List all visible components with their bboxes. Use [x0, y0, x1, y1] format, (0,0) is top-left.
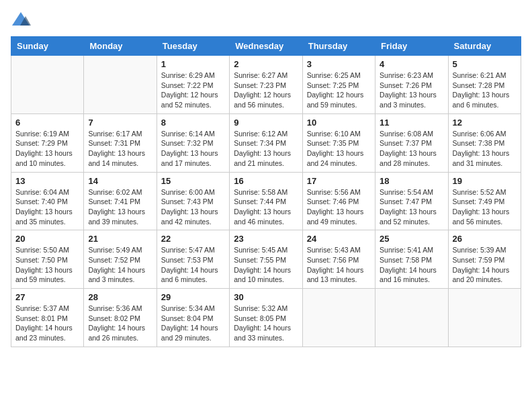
day-number: 16: [234, 176, 298, 186]
day-info: Sunrise: 5:50 AMSunset: 7:50 PMDaylight:…: [15, 245, 79, 285]
calendar-cell: 4Sunrise: 6:23 AMSunset: 7:26 PMDaylight…: [375, 56, 448, 114]
day-number: 6: [15, 118, 79, 128]
calendar-table: SundayMondayTuesdayWednesdayThursdayFrid…: [11, 36, 521, 347]
day-number: 19: [453, 176, 517, 186]
calendar-cell: 21Sunrise: 5:49 AMSunset: 7:52 PMDayligh…: [84, 230, 157, 289]
day-info: Sunrise: 5:54 AMSunset: 7:47 PMDaylight:…: [380, 187, 443, 227]
day-number: 21: [88, 234, 152, 244]
day-number: 9: [234, 118, 298, 128]
calendar-cell: 9Sunrise: 6:12 AMSunset: 7:34 PMDaylight…: [230, 113, 302, 172]
header-monday: Monday: [84, 37, 157, 56]
day-info: Sunrise: 5:39 AMSunset: 7:59 PMDaylight:…: [453, 245, 517, 285]
calendar-week-1: 6Sunrise: 6:19 AMSunset: 7:29 PMDaylight…: [11, 113, 521, 172]
day-info: Sunrise: 5:58 AMSunset: 7:44 PMDaylight:…: [234, 187, 298, 227]
day-number: 8: [161, 118, 225, 128]
day-info: Sunrise: 6:04 AMSunset: 7:40 PMDaylight:…: [15, 187, 79, 227]
calendar-cell: 28Sunrise: 5:36 AMSunset: 8:02 PMDayligh…: [84, 289, 157, 347]
calendar-cell: 19Sunrise: 5:52 AMSunset: 7:49 PMDayligh…: [448, 172, 521, 230]
calendar-cell: 2Sunrise: 6:27 AMSunset: 7:23 PMDaylight…: [230, 56, 302, 114]
day-info: Sunrise: 5:37 AMSunset: 8:01 PMDaylight:…: [15, 304, 79, 343]
calendar-cell: 6Sunrise: 6:19 AMSunset: 7:29 PMDaylight…: [11, 113, 84, 172]
calendar-cell: 24Sunrise: 5:43 AMSunset: 7:56 PMDayligh…: [302, 230, 375, 289]
calendar-cell: 27Sunrise: 5:37 AMSunset: 8:01 PMDayligh…: [11, 289, 84, 347]
calendar-cell: 16Sunrise: 5:58 AMSunset: 7:44 PMDayligh…: [230, 172, 302, 230]
day-number: 27: [15, 292, 79, 302]
day-info: Sunrise: 6:12 AMSunset: 7:34 PMDaylight:…: [234, 129, 298, 169]
calendar-cell: 25Sunrise: 5:41 AMSunset: 7:58 PMDayligh…: [375, 230, 448, 289]
day-info: Sunrise: 6:25 AMSunset: 7:25 PMDaylight:…: [307, 71, 371, 110]
day-info: Sunrise: 6:10 AMSunset: 7:35 PMDaylight:…: [307, 129, 371, 169]
day-info: Sunrise: 6:00 AMSunset: 7:43 PMDaylight:…: [161, 187, 225, 227]
day-info: Sunrise: 6:21 AMSunset: 7:28 PMDaylight:…: [453, 71, 517, 110]
calendar-cell: 22Sunrise: 5:47 AMSunset: 7:53 PMDayligh…: [157, 230, 229, 289]
day-number: 5: [453, 59, 517, 69]
calendar-cell: 1Sunrise: 6:29 AMSunset: 7:22 PMDaylight…: [157, 56, 229, 114]
calendar-cell: 10Sunrise: 6:10 AMSunset: 7:35 PMDayligh…: [302, 113, 375, 172]
calendar-week-0: 1Sunrise: 6:29 AMSunset: 7:22 PMDaylight…: [11, 56, 521, 114]
day-number: 13: [15, 176, 79, 186]
day-info: Sunrise: 6:23 AMSunset: 7:26 PMDaylight:…: [380, 71, 443, 110]
day-info: Sunrise: 5:34 AMSunset: 8:04 PMDaylight:…: [161, 304, 225, 343]
day-number: 15: [161, 176, 225, 186]
header-sunday: Sunday: [11, 37, 84, 56]
day-number: 7: [88, 118, 152, 128]
calendar-cell: [84, 56, 157, 114]
day-info: Sunrise: 5:45 AMSunset: 7:55 PMDaylight:…: [234, 245, 298, 285]
day-info: Sunrise: 5:47 AMSunset: 7:53 PMDaylight:…: [161, 245, 225, 285]
day-number: 24: [307, 234, 371, 244]
day-number: 17: [307, 176, 371, 186]
calendar-week-4: 27Sunrise: 5:37 AMSunset: 8:01 PMDayligh…: [11, 289, 521, 347]
calendar-cell: 15Sunrise: 6:00 AMSunset: 7:43 PMDayligh…: [157, 172, 229, 230]
day-number: 23: [234, 234, 298, 244]
day-info: Sunrise: 6:29 AMSunset: 7:22 PMDaylight:…: [161, 71, 225, 110]
day-number: 30: [234, 292, 298, 302]
day-info: Sunrise: 5:43 AMSunset: 7:56 PMDaylight:…: [307, 245, 371, 285]
day-info: Sunrise: 5:36 AMSunset: 8:02 PMDaylight:…: [88, 304, 152, 343]
calendar-cell: [448, 289, 521, 347]
day-number: 28: [88, 292, 152, 302]
header-tuesday: Tuesday: [157, 37, 229, 56]
day-number: 11: [380, 118, 443, 128]
calendar-week-3: 20Sunrise: 5:50 AMSunset: 7:50 PMDayligh…: [11, 230, 521, 289]
logo-icon: [11, 11, 31, 28]
calendar-cell: 17Sunrise: 5:56 AMSunset: 7:46 PMDayligh…: [302, 172, 375, 230]
calendar-cell: 20Sunrise: 5:50 AMSunset: 7:50 PMDayligh…: [11, 230, 84, 289]
day-info: Sunrise: 5:56 AMSunset: 7:46 PMDaylight:…: [307, 187, 371, 227]
calendar-cell: 30Sunrise: 5:32 AMSunset: 8:05 PMDayligh…: [230, 289, 302, 347]
day-info: Sunrise: 6:19 AMSunset: 7:29 PMDaylight:…: [15, 129, 79, 169]
calendar-cell: [11, 56, 84, 114]
day-number: 4: [380, 59, 443, 69]
day-number: 1: [161, 59, 225, 69]
header-friday: Friday: [375, 37, 448, 56]
day-info: Sunrise: 5:49 AMSunset: 7:52 PMDaylight:…: [88, 245, 152, 285]
calendar-cell: 11Sunrise: 6:08 AMSunset: 7:37 PMDayligh…: [375, 113, 448, 172]
calendar-cell: 3Sunrise: 6:25 AMSunset: 7:25 PMDaylight…: [302, 56, 375, 114]
calendar-cell: [302, 289, 375, 347]
day-info: Sunrise: 6:27 AMSunset: 7:23 PMDaylight:…: [234, 71, 298, 110]
day-info: Sunrise: 5:52 AMSunset: 7:49 PMDaylight:…: [453, 187, 517, 227]
calendar-cell: [375, 289, 448, 347]
calendar-cell: 5Sunrise: 6:21 AMSunset: 7:28 PMDaylight…: [448, 56, 521, 114]
header-thursday: Thursday: [302, 37, 375, 56]
calendar-header-row: SundayMondayTuesdayWednesdayThursdayFrid…: [11, 37, 521, 56]
day-number: 12: [453, 118, 517, 128]
calendar-cell: 12Sunrise: 6:06 AMSunset: 7:38 PMDayligh…: [448, 113, 521, 172]
day-info: Sunrise: 6:02 AMSunset: 7:41 PMDaylight:…: [88, 187, 152, 227]
calendar-cell: 26Sunrise: 5:39 AMSunset: 7:59 PMDayligh…: [448, 230, 521, 289]
calendar-cell: 23Sunrise: 5:45 AMSunset: 7:55 PMDayligh…: [230, 230, 302, 289]
calendar-cell: 8Sunrise: 6:14 AMSunset: 7:32 PMDaylight…: [157, 113, 229, 172]
header: [11, 11, 521, 28]
day-info: Sunrise: 6:08 AMSunset: 7:37 PMDaylight:…: [380, 129, 443, 169]
calendar-cell: 7Sunrise: 6:17 AMSunset: 7:31 PMDaylight…: [84, 113, 157, 172]
day-number: 20: [15, 234, 79, 244]
day-number: 22: [161, 234, 225, 244]
day-number: 2: [234, 59, 298, 69]
day-number: 10: [307, 118, 371, 128]
day-info: Sunrise: 5:41 AMSunset: 7:58 PMDaylight:…: [380, 245, 443, 285]
day-info: Sunrise: 5:32 AMSunset: 8:05 PMDaylight:…: [234, 304, 298, 343]
day-info: Sunrise: 6:06 AMSunset: 7:38 PMDaylight:…: [453, 129, 517, 169]
calendar-cell: 13Sunrise: 6:04 AMSunset: 7:40 PMDayligh…: [11, 172, 84, 230]
day-number: 25: [380, 234, 443, 244]
header-saturday: Saturday: [448, 37, 521, 56]
day-number: 29: [161, 292, 225, 302]
